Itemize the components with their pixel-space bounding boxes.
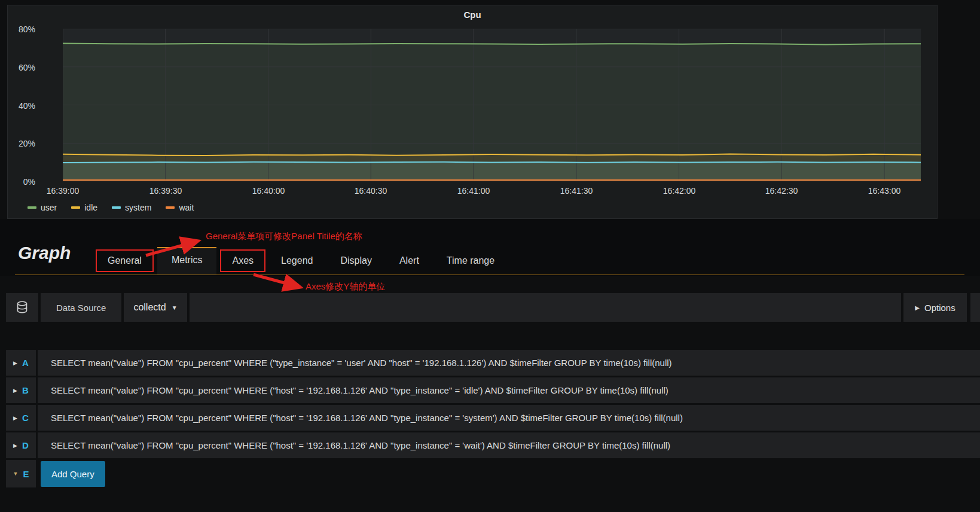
query-c-collapse-toggle[interactable]: ▶ C (6, 405, 36, 431)
chevron-right-icon: ▶ (13, 360, 17, 366)
tab-metrics[interactable]: Metrics (157, 247, 217, 275)
query-e-collapse-toggle[interactable]: ▼ E (6, 460, 36, 487)
chevron-right-icon: ▶ (915, 304, 920, 311)
query-letter: E (23, 469, 29, 479)
tab-legend[interactable]: Legend (269, 249, 325, 272)
x-axis-tick: 16:40:30 (335, 186, 407, 196)
x-axis-tick: 16:41:30 (541, 186, 612, 196)
options-label: Options (924, 303, 955, 313)
cpu-chart-svg[interactable] (63, 29, 921, 181)
legend-label: user (41, 203, 57, 212)
x-axis-tick: 16:40:00 (233, 186, 304, 196)
tab-alert[interactable]: Alert (387, 249, 431, 272)
chevron-right-icon: ▶ (13, 388, 17, 394)
idle-series-swatch (71, 206, 80, 209)
y-axis-tick: 20% (10, 138, 35, 149)
datasource-label: Data Source (41, 293, 121, 322)
panel-title[interactable]: Cpu (8, 10, 937, 20)
legend-item-wait[interactable]: wait (166, 203, 194, 212)
chevron-down-icon: ▼ (172, 304, 178, 311)
system-series-swatch (112, 206, 121, 209)
chevron-right-icon: ▶ (13, 443, 17, 449)
datasource-row: Data Source collectd ▼ ▶ Options (6, 293, 980, 322)
panel-editor-header: Graph General Metrics Axes Legend Displa… (0, 219, 980, 276)
cpu-graph-panel: Cpu 80% 60% 40% 20% 0% 16:39:00 16:39:30… (7, 5, 938, 219)
x-axis-tick: 16:43:00 (848, 186, 920, 196)
query-row-a: ▶ A SELECT mean("value") FROM "cpu_perce… (6, 350, 980, 376)
tab-display[interactable]: Display (328, 249, 383, 272)
legend-item-user[interactable]: user (28, 203, 57, 212)
datasource-selected-value: collectd (133, 302, 166, 313)
query-text[interactable]: SELECT mean("value") FROM "cpu_percent" … (38, 377, 980, 403)
tab-time-range[interactable]: Time range (435, 249, 506, 272)
options-button[interactable]: ▶ Options (903, 293, 967, 322)
x-axis-tick: 16:39:30 (130, 186, 202, 196)
annotation-general-note: General菜单项可修改Panel Titile的名称 (206, 231, 362, 242)
y-axis-tick: 60% (10, 62, 35, 73)
wait-series-swatch (166, 206, 175, 209)
x-axis-tick: 16:42:30 (746, 186, 817, 196)
arrow-to-axes-note (254, 275, 298, 287)
query-text[interactable]: SELECT mean("value") FROM "cpu_percent" … (38, 405, 980, 431)
query-letter: A (22, 358, 29, 368)
query-b-collapse-toggle[interactable]: ▶ B (6, 377, 36, 403)
x-axis-tick: 16:39:00 (27, 186, 99, 196)
query-row-c: ▶ C SELECT mean("value") FROM "cpu_perce… (6, 405, 980, 431)
query-letter: D (22, 440, 29, 450)
query-row-d: ▶ D SELECT mean("value") FROM "cpu_perce… (6, 432, 980, 458)
query-letter: C (22, 413, 29, 423)
datasource-select[interactable]: collectd ▼ (124, 293, 187, 322)
datasource-row-spacer (190, 293, 901, 322)
help-button-partial[interactable] (970, 293, 980, 322)
legend-item-system[interactable]: system (112, 203, 151, 212)
legend-label: idle (84, 203, 97, 212)
add-query-button[interactable]: Add Query (41, 461, 105, 487)
datasource-icon-cell[interactable] (6, 293, 38, 322)
tabbar-underline (15, 275, 964, 275)
legend-item-idle[interactable]: idle (71, 203, 97, 212)
legend-label: wait (179, 203, 194, 212)
query-d-collapse-toggle[interactable]: ▶ D (6, 432, 36, 458)
y-axis-tick: 40% (10, 100, 35, 111)
query-a-collapse-toggle[interactable]: ▶ A (6, 350, 36, 376)
query-letter: B (22, 385, 29, 395)
database-icon (16, 301, 28, 314)
chart-legend: user idle system wait (28, 203, 194, 212)
query-row-e: ▼ E Add Query (6, 460, 105, 487)
tab-axes[interactable]: Axes (220, 249, 265, 272)
query-text[interactable]: SELECT mean("value") FROM "cpu_percent" … (38, 432, 980, 458)
x-axis-tick: 16:41:00 (438, 186, 509, 196)
panel-type-title: Graph (18, 243, 71, 263)
annotation-axes-note: Axes修改Y轴的单位 (306, 281, 385, 292)
chevron-down-icon: ▼ (13, 471, 19, 477)
chevron-right-icon: ▶ (13, 415, 17, 421)
editor-tabs: General Metrics Axes Legend Display Aler… (96, 247, 506, 272)
x-axis-tick: 16:42:00 (643, 186, 715, 196)
query-text[interactable]: SELECT mean("value") FROM "cpu_percent" … (38, 350, 980, 376)
user-series-swatch (28, 206, 36, 209)
tab-general[interactable]: General (96, 249, 154, 272)
legend-label: system (125, 203, 151, 212)
y-axis-tick: 80% (10, 24, 35, 35)
query-row-b: ▶ B SELECT mean("value") FROM "cpu_perce… (6, 377, 980, 403)
